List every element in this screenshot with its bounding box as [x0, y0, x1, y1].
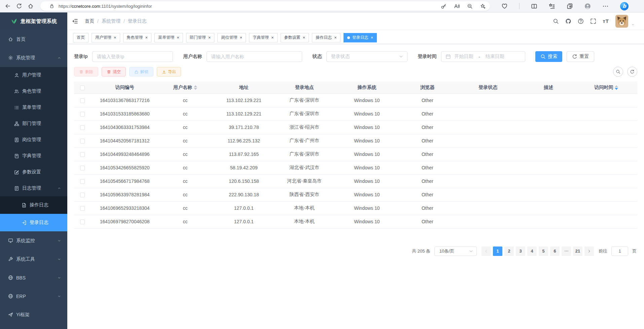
sort-carets[interactable]: [194, 85, 197, 90]
删除-button[interactable]: 删除: [74, 67, 98, 76]
user-avatar[interactable]: [615, 15, 628, 28]
row-checkbox[interactable]: [80, 166, 85, 170]
fullscreen-icon[interactable]: [590, 18, 596, 24]
sidebar-item-tool[interactable]: 系统工具: [0, 250, 67, 268]
清空-button[interactable]: 清空: [102, 67, 126, 76]
table-row[interactable]: 1641044520567181312cc112.96.225.132广东省-广…: [74, 134, 637, 147]
page-button-4[interactable]: 4: [527, 246, 537, 256]
refresh-button[interactable]: [13, 1, 25, 11]
sidebar-item-menu[interactable]: 菜单管理: [0, 99, 67, 116]
导出-button[interactable]: 导出: [157, 67, 181, 76]
table-row[interactable]: 1641043063331753984cc39.171.210.78浙江省-绍兴…: [74, 121, 637, 134]
table-row[interactable]: 1641031367863177216cc113.102.129.221广东省-…: [74, 94, 637, 107]
tab-菜单管理[interactable]: 菜单管理×: [154, 33, 183, 42]
page-button-21[interactable]: 21: [573, 246, 582, 256]
close-icon[interactable]: ×: [208, 35, 211, 40]
breadcrumb-item-system[interactable]: 系统管理: [102, 18, 120, 24]
collections-icon[interactable]: [567, 3, 573, 9]
page-button-5[interactable]: 5: [539, 246, 548, 256]
more-pages-button[interactable]: [562, 246, 571, 256]
sidebar-item-monitor[interactable]: 系统监控: [0, 231, 67, 250]
row-checkbox[interactable]: [80, 139, 85, 143]
sidebar-item-config[interactable]: 参数设置: [0, 164, 67, 180]
favorites-hub-icon[interactable]: [549, 3, 555, 9]
tab-参数设置[interactable]: 参数设置×: [281, 33, 309, 42]
close-icon[interactable]: ×: [240, 35, 242, 40]
row-checkbox[interactable]: [80, 98, 85, 103]
close-icon[interactable]: ×: [334, 35, 337, 40]
tab-首页[interactable]: 首页: [73, 33, 88, 42]
column-header-time[interactable]: 访问时间: [575, 81, 637, 94]
tab-角色管理[interactable]: 角色管理×: [123, 33, 152, 42]
row-checkbox[interactable]: [80, 193, 85, 197]
row-checkbox[interactable]: [80, 179, 85, 184]
tab-用户管理[interactable]: 用户管理×: [92, 33, 120, 42]
page-size-select[interactable]: 10条/页: [434, 246, 477, 256]
more-icon[interactable]: [602, 3, 609, 9]
sidebar-item-home[interactable]: 首页: [0, 30, 67, 48]
refresh-circle-button[interactable]: [627, 67, 637, 77]
login-time-range-picker[interactable]: 开始日期 - 结束日期: [441, 51, 525, 62]
sidebar-item-bbs[interactable]: BBS: [0, 268, 67, 287]
row-checkbox[interactable]: [80, 152, 85, 157]
table-row[interactable]: 1641054566717984768cc120.6.150.158河北省-秦皇…: [74, 174, 637, 188]
zoom-out-icon[interactable]: [467, 3, 473, 9]
split-screen-icon[interactable]: [531, 3, 537, 9]
table-row[interactable]: 1641059633978281984cc222.90.130.18陕西省-西安…: [74, 188, 637, 201]
tab-操作日志[interactable]: 操作日志×: [312, 33, 341, 42]
login-ip-input[interactable]: [92, 51, 173, 62]
table-row[interactable]: 1641031533185863680cc113.102.129.221广东省-…: [74, 107, 637, 121]
tab-登录日志[interactable]: 登录日志×: [344, 33, 377, 42]
key-icon[interactable]: [441, 3, 446, 9]
sidebar-item-role[interactable]: 角色管理: [0, 83, 67, 99]
essentials-icon[interactable]: [501, 3, 508, 9]
sidebar-item-operlog[interactable]: 操作日志: [0, 196, 67, 214]
favorite-star-icon[interactable]: [480, 3, 486, 9]
prev-page-button[interactable]: [481, 246, 491, 256]
tab-岗位管理[interactable]: 岗位管理×: [217, 33, 246, 42]
page-button-2[interactable]: 2: [504, 246, 514, 256]
close-icon[interactable]: ×: [177, 35, 179, 40]
sidebar-fold-icon[interactable]: [72, 18, 78, 24]
tab-字典管理[interactable]: 字典管理×: [249, 33, 278, 42]
back-button[interactable]: [2, 1, 13, 11]
sidebar-item-erp[interactable]: ERP: [0, 287, 67, 305]
breadcrumb-item-home[interactable]: 首页: [85, 18, 94, 24]
github-icon[interactable]: [565, 18, 571, 24]
search-circle-button[interactable]: [613, 67, 623, 77]
close-icon[interactable]: ×: [145, 35, 148, 40]
sidebar-item-loginlog[interactable]: 登录日志: [0, 214, 67, 231]
row-checkbox[interactable]: [80, 220, 85, 224]
table-row[interactable]: 1641053426655825920cc58.19.42.209湖北省-武汉市…: [74, 161, 637, 174]
search-button[interactable]: 搜索: [535, 51, 562, 62]
status-select[interactable]: 登录状态: [326, 51, 407, 62]
page-button-1[interactable]: 1: [493, 246, 502, 256]
next-page-button[interactable]: [584, 246, 594, 256]
table-row[interactable]: 1641069798270046208cc127.0.0.1本地-本机Windo…: [74, 215, 637, 228]
home-button[interactable]: [25, 1, 36, 11]
close-icon[interactable]: ×: [271, 35, 274, 40]
sidebar-item-dept[interactable]: 部门管理: [0, 116, 67, 132]
column-header-user[interactable]: 用户名称: [158, 81, 212, 94]
caret-down-icon[interactable]: [631, 23, 635, 26]
sidebar-item-dict[interactable]: 字典管理: [0, 148, 67, 164]
goto-page-input[interactable]: [611, 246, 628, 256]
read-aloud-icon[interactable]: [454, 3, 460, 9]
table-row[interactable]: 1641044993248464896cc113.87.92.165广东省-深圳…: [74, 147, 637, 161]
解锁-button[interactable]: 解锁: [129, 67, 153, 76]
sidebar-item-post[interactable]: 岗位管理: [0, 132, 67, 148]
user-name-input[interactable]: [207, 51, 302, 62]
copilot-icon[interactable]: b: [620, 2, 629, 10]
close-icon[interactable]: ×: [371, 35, 373, 40]
profile-avatar[interactable]: [584, 3, 591, 9]
address-bar[interactable]: https://ccnetcore.com:1101/system/log/lo…: [40, 1, 490, 11]
tab-部门管理[interactable]: 部门管理×: [186, 33, 215, 42]
sort-carets[interactable]: [615, 85, 618, 90]
close-icon[interactable]: ×: [303, 35, 306, 40]
font-size-icon[interactable]: тT: [603, 18, 609, 24]
sidebar-item-user[interactable]: 用户管理: [0, 67, 67, 83]
row-checkbox[interactable]: [80, 206, 85, 211]
row-checkbox[interactable]: [80, 112, 85, 117]
select-all-checkbox[interactable]: [80, 86, 85, 90]
search-icon[interactable]: [553, 18, 559, 24]
